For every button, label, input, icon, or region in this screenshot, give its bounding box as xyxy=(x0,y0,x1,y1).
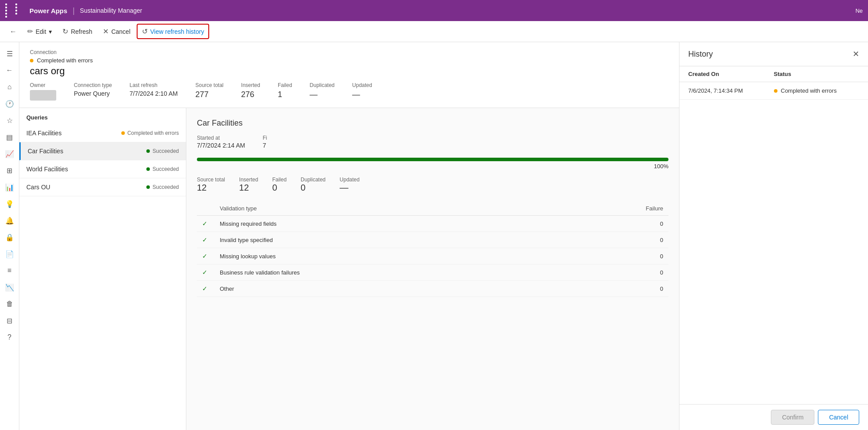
sidebar-item-back[interactable]: ← xyxy=(2,62,18,78)
connection-name: cars org xyxy=(30,65,668,77)
history-footer: Confirm Cancel xyxy=(679,404,868,430)
history-columns: Created On Status xyxy=(679,66,868,82)
refresh-label: Refresh xyxy=(71,28,92,35)
stat-inserted-value: 12 xyxy=(239,183,258,193)
detail-title: Car Facilities xyxy=(197,119,668,128)
col-validation-header: Validation type xyxy=(214,202,561,216)
sidebar-item-chart2[interactable]: 📉 xyxy=(2,279,18,295)
waffle-icon[interactable] xyxy=(5,4,24,18)
validation-type-cell: Other xyxy=(214,281,561,297)
check-cell: ✓ xyxy=(197,232,214,248)
status-dot-car xyxy=(146,149,150,153)
refresh-button[interactable]: ↻ Refresh xyxy=(58,25,97,38)
last-refresh-item: Last refresh 7/7/2024 2:10 AM xyxy=(130,82,178,97)
connection-status-text: Completed with errors xyxy=(37,57,93,64)
history-status-cell: Completed with errors xyxy=(774,87,860,94)
validation-row: ✓ Invalid type specified 0 xyxy=(197,232,668,248)
history-col-status: Status xyxy=(774,71,860,77)
sidebar-item-menu[interactable]: ☰ xyxy=(2,46,18,61)
detail-panel: Car Facilities Started at 7/7/2024 2:14 … xyxy=(186,108,679,430)
query-item-cars-ou[interactable]: Cars OU Succeeded xyxy=(19,178,186,196)
sidebar-item-docs[interactable]: 📄 xyxy=(2,246,18,262)
history-icon: ↺ xyxy=(142,27,148,36)
sidebar-item-layers[interactable]: ⊞ xyxy=(2,163,18,178)
app-name: Power Apps xyxy=(29,7,67,14)
validation-row: ✓ Other 0 xyxy=(197,281,668,297)
sidebar-item-grid[interactable]: ⊟ xyxy=(2,313,18,329)
source-total-item: Source total 277 xyxy=(196,82,224,99)
check-icon: ✓ xyxy=(202,285,207,292)
edit-label: Edit xyxy=(36,28,46,35)
validation-type-cell: Missing required fields xyxy=(214,216,561,232)
stat-duplicated: Duplicated 0 xyxy=(301,177,326,193)
validation-row: ✓ Business rule validation failures 0 xyxy=(197,264,668,281)
stat-source-value: 12 xyxy=(197,183,225,193)
stat-inserted: Inserted 12 xyxy=(239,177,258,193)
history-status-dot xyxy=(774,89,777,93)
query-item-iea[interactable]: IEA Facilities Completed with errors xyxy=(19,124,186,142)
cancel-button[interactable]: ✕ Cancel xyxy=(98,25,135,38)
col-failure-header: Failure xyxy=(561,202,668,216)
sidebar-item-trend[interactable]: 📈 xyxy=(2,146,18,162)
stat-failed: Failed 0 xyxy=(272,177,287,193)
history-close-button[interactable]: ✕ xyxy=(853,49,859,59)
stat-duplicated-label: Duplicated xyxy=(301,177,326,183)
query-name-world: World Facilities xyxy=(26,166,68,173)
sidebar-item-chart[interactable]: ▤ xyxy=(2,129,18,145)
connection-label: Connection xyxy=(30,49,668,55)
history-row: 7/6/2024, 7:14:34 PM Completed with erro… xyxy=(679,82,868,100)
duplicated-value: — xyxy=(310,90,335,99)
failed-value: 1 xyxy=(278,90,292,99)
connection-type-item: Connection type Power Query xyxy=(74,82,112,97)
check-icon: ✓ xyxy=(202,220,207,227)
sidebar-item-security[interactable]: 🔒 xyxy=(2,229,18,245)
validation-type-cell: Invalid type specified xyxy=(214,232,561,248)
history-header: History ✕ xyxy=(679,42,868,66)
stat-failed-label: Failed xyxy=(272,177,287,183)
sidebar-item-analytics[interactable]: 📊 xyxy=(2,179,18,195)
sidebar-item-alerts[interactable]: 🔔 xyxy=(2,213,18,228)
cancel-footer-button[interactable]: Cancel xyxy=(818,410,859,425)
status-dot-orange xyxy=(30,59,33,62)
duplicated-item: Duplicated — xyxy=(310,82,335,99)
sidebar: ☰ ← ⌂ 🕐 ☆ ▤ 📈 ⊞ 📊 💡 🔔 🔒 📄 ≡ 📉 🗑 ⊟ ? xyxy=(0,42,19,430)
status-dot-world xyxy=(146,167,150,171)
queries-title: Queries xyxy=(19,108,186,124)
owner-label: Owner xyxy=(30,82,56,88)
connection-meta: Owner Connection type Power Query Last r… xyxy=(30,82,668,101)
started-value: 7/7/2024 2:14 AM xyxy=(197,142,245,149)
edit-button[interactable]: ✏ Edit ▾ xyxy=(23,25,56,38)
stat-failed-value: 0 xyxy=(272,183,287,193)
back-button[interactable]: ← xyxy=(5,25,21,38)
owner-avatar xyxy=(30,90,56,101)
sidebar-item-recent[interactable]: 🕐 xyxy=(2,96,18,112)
history-panel: History ✕ Created On Status 7/6/2024, 7:… xyxy=(679,42,868,430)
failure-count-cell: 0 xyxy=(561,216,668,232)
sidebar-item-trash[interactable]: 🗑 xyxy=(2,296,18,312)
last-refresh-value: 7/7/2024 2:10 AM xyxy=(130,90,178,97)
col-type-header xyxy=(197,202,214,216)
sidebar-item-help[interactable]: ? xyxy=(2,329,18,345)
query-status-iea: Completed with errors xyxy=(121,130,179,136)
validation-row: ✓ Missing required fields 0 xyxy=(197,216,668,232)
queries-layout: Queries IEA Facilities Completed with er… xyxy=(19,108,679,430)
check-cell: ✓ xyxy=(197,281,214,297)
finished-item: Fi 7 xyxy=(263,135,267,149)
sidebar-item-insights[interactable]: 💡 xyxy=(2,196,18,212)
failure-count-cell: 0 xyxy=(561,264,668,281)
sidebar-item-favorites[interactable]: ☆ xyxy=(2,112,18,128)
stat-duplicated-value: 0 xyxy=(301,183,326,193)
sidebar-item-home[interactable]: ⌂ xyxy=(2,79,18,95)
view-refresh-history-button[interactable]: ↺ View refresh history xyxy=(137,24,210,39)
started-info: Started at 7/7/2024 2:14 AM Fi 7 xyxy=(197,135,668,149)
started-at-item: Started at 7/7/2024 2:14 AM xyxy=(197,135,245,149)
query-item-world[interactable]: World Facilities Succeeded xyxy=(19,160,186,178)
connection-type-value: Power Query xyxy=(74,90,112,97)
stat-source-total: Source total 12 xyxy=(197,177,225,193)
sidebar-item-list[interactable]: ≡ xyxy=(2,263,18,278)
query-item-car[interactable]: Car Facilities Succeeded xyxy=(19,142,186,160)
edit-chevron-icon: ▾ xyxy=(49,28,52,35)
confirm-button[interactable]: Confirm xyxy=(771,410,814,425)
check-cell: ✓ xyxy=(197,216,214,232)
check-cell: ✓ xyxy=(197,248,214,264)
